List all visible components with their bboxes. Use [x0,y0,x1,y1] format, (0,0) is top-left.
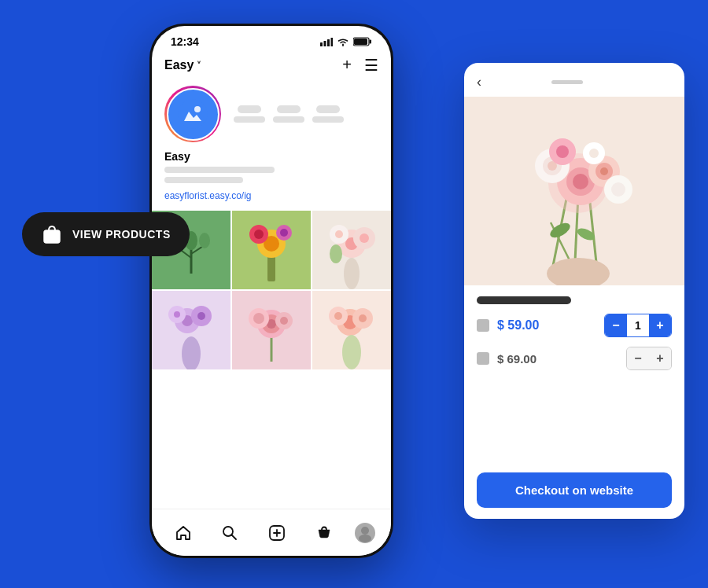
svg-point-52 [280,317,288,325]
svg-point-43 [174,311,180,318]
qty-value-1: 1 [627,314,649,336]
svg-rect-4 [327,39,330,46]
svg-point-67 [359,535,371,542]
nav-home[interactable] [168,517,199,549]
profile-desc-line2 [164,177,243,183]
profile-name: Easy [164,150,378,163]
nav-add[interactable] [261,517,293,549]
svg-point-86 [611,182,625,197]
status-icons [320,37,372,46]
profile-section: Easy easyflorist.easy.co/ig [152,81,391,209]
svg-point-57 [334,312,342,320]
status-time: 12:34 [171,35,199,48]
grid-item-6[interactable] [312,291,391,369]
profile-username[interactable]: Easy ˅ [164,58,201,72]
avatar-ring [164,86,221,142]
qty-control-1: − 1 + [604,314,672,337]
chevron-down-icon: ˅ [197,61,201,71]
header-icons: + ☰ [342,56,378,75]
svg-rect-2 [320,42,323,46]
svg-rect-5 [331,38,334,46]
product-title [477,296,571,304]
svg-point-88 [556,145,569,158]
panel-content: $ 59.00 − 1 + $ 69.00 − + Checkout on we… [464,285,684,519]
flower-bouquet-image [464,97,684,285]
svg-point-66 [361,527,369,535]
price-row-1: $ 59.00 − 1 + [477,314,672,337]
price-row-2: $ 69.00 − + [477,347,672,370]
username-text: Easy [164,58,194,72]
grid-item-2[interactable] [232,211,311,289]
product-panel: ‹ [464,63,684,519]
wifi-icon [337,38,349,46]
qty-increase-2[interactable]: + [649,347,671,369]
svg-point-60 [342,335,361,369]
svg-point-35 [330,244,342,263]
menu-icon[interactable]: ☰ [364,56,378,75]
svg-point-90 [589,149,599,158]
svg-point-41 [197,312,205,320]
profile-stats [234,105,378,123]
status-bar: 12:34 [152,26,391,51]
svg-rect-0 [44,230,60,243]
grid-item-4[interactable] [152,291,230,369]
svg-rect-8 [354,39,367,45]
price-1: $ 59.00 [497,318,596,333]
svg-point-59 [359,314,367,322]
phone-container: 12:34 [149,24,393,558]
svg-point-34 [360,233,369,243]
svg-rect-3 [324,41,326,46]
qty-decrease-2[interactable]: − [627,347,649,369]
svg-point-78 [573,174,588,189]
svg-point-50 [253,313,264,324]
svg-rect-20 [267,254,275,281]
battery-icon [353,37,372,46]
avatar[interactable] [167,88,219,141]
svg-point-28 [344,258,360,289]
svg-rect-7 [370,40,372,44]
view-products-label: VIEW PRODUCTS [72,228,171,241]
profile-link[interactable]: easyflorist.easy.co/ig [164,190,378,201]
qty-decrease-1[interactable]: − [605,314,627,336]
avatar-icon [178,99,208,129]
phone-screen: 12:34 [152,26,391,556]
svg-point-24 [254,230,264,239]
qty-control-2: − + [626,347,672,370]
panel-header: ‹ [464,63,684,97]
color-swatch-1[interactable] [477,319,489,332]
bag-icon [41,223,63,245]
product-image [464,97,684,285]
svg-point-18 [199,233,210,248]
grid-item-3[interactable] [312,211,391,289]
signal-icon [320,38,333,46]
color-swatch-2[interactable] [477,352,489,365]
ig-header: Easy ˅ + ☰ [152,51,391,81]
view-products-button[interactable]: VIEW PRODUCTS [22,212,190,256]
nav-shop[interactable] [308,517,340,549]
panel-handle [551,80,583,84]
svg-line-62 [232,535,237,539]
profile-top [164,86,378,142]
back-button[interactable]: ‹ [477,74,481,90]
svg-point-9 [178,99,208,129]
profile-text: Easy easyflorist.easy.co/ig [164,150,378,201]
svg-point-32 [335,230,343,238]
checkout-button[interactable]: Checkout on website [477,472,672,508]
nav-profile-avatar[interactable] [355,523,375,543]
profile-desc-line1 [164,167,275,173]
svg-point-26 [280,229,288,237]
phone-shell: 12:34 [149,24,393,558]
add-icon[interactable]: + [342,56,352,75]
nav-search[interactable] [214,517,245,549]
price-2: $ 69.00 [497,352,618,366]
svg-point-84 [600,167,608,175]
grid-item-5[interactable] [232,291,311,369]
svg-point-11 [194,106,201,112]
bottom-nav [152,509,391,556]
qty-increase-1[interactable]: + [649,314,671,336]
svg-point-37 [182,336,201,369]
